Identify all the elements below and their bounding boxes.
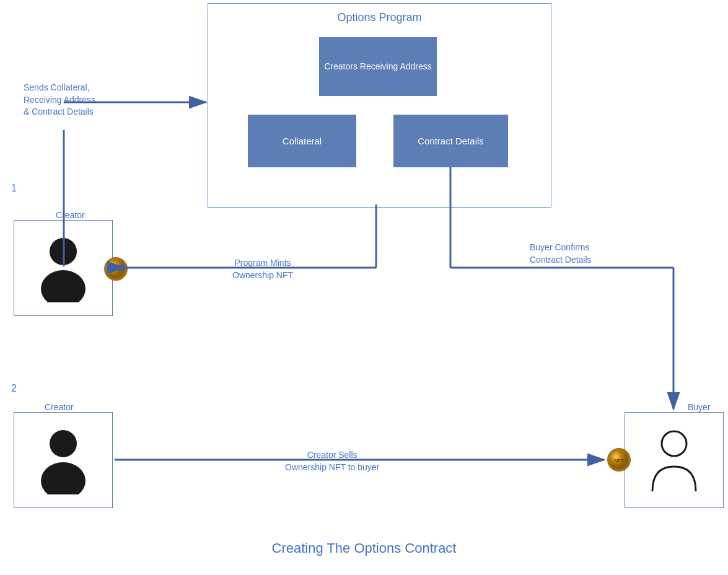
creator-box-1 <box>14 220 113 316</box>
creator-sells-label: Creator Sells Ownership NFT to buyer <box>285 449 379 473</box>
svg-point-6 <box>662 431 686 456</box>
contract-details-label: Contract Details <box>418 136 484 146</box>
svg-text:NFT: NFT <box>614 458 624 463</box>
buyer-icon <box>646 426 702 494</box>
collateral-box: Collateral <box>248 115 356 167</box>
creators-receiving-label: Creators Receiving Address <box>324 61 432 73</box>
creator-icon-2 <box>35 426 91 494</box>
collateral-label: Collateral <box>283 136 322 146</box>
options-program-box <box>208 3 551 208</box>
program-mints-label: Program Mints Ownership NFT <box>232 257 293 281</box>
buyer-confirms-label: Buyer Confirms Contract Details <box>530 242 592 266</box>
svg-point-4 <box>50 430 77 457</box>
step-2: 2 <box>11 383 17 394</box>
nft-coin-1: NFT <box>104 257 128 281</box>
svg-point-0 <box>50 238 77 265</box>
creators-receiving-box: Creators Receiving Address <box>319 37 437 96</box>
bottom-title: Creating The Options Contract <box>0 540 728 556</box>
creator-icon-1 <box>35 234 91 302</box>
step-1: 1 <box>11 183 17 194</box>
sends-collateral-label: Sends Collateral, Receiving Address & Co… <box>24 82 95 118</box>
svg-point-1 <box>41 270 86 302</box>
contract-details-box: Contract Details <box>393 115 508 167</box>
options-program-title: Options Program <box>208 11 551 24</box>
diagram-container: Options Program Creators Receiving Addre… <box>0 0 728 575</box>
svg-text:NFT: NFT <box>111 267 121 273</box>
nft-coin-2: NFT <box>607 448 631 472</box>
svg-point-5 <box>41 462 86 494</box>
creator-box-2 <box>14 412 113 508</box>
buyer-box <box>625 412 724 508</box>
